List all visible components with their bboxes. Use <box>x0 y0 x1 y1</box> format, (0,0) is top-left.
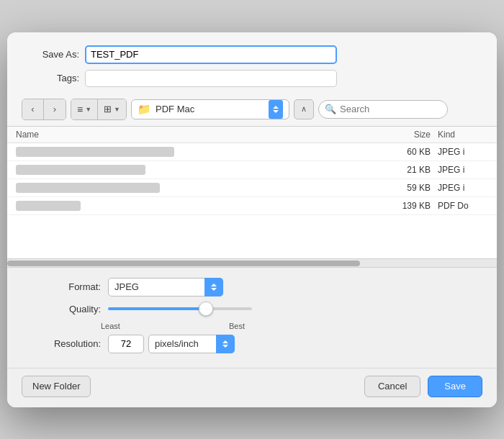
save-as-row: Save As: <box>22 45 482 64</box>
quality-label: Quality: <box>22 304 101 314</box>
save-dialog: Save As: Tags: ‹ › ≡ ▼ ⊞ ▼ <box>7 32 497 407</box>
new-folder-button[interactable]: New Folder <box>22 376 91 397</box>
list-icon: ≡ <box>77 104 83 115</box>
quality-row: Quality: <box>22 304 482 314</box>
file-thumb <box>16 147 174 157</box>
search-icon: 🔍 <box>325 104 336 114</box>
quality-min-label: Least <box>101 322 120 330</box>
quality-max-label: Best <box>229 322 245 330</box>
back-button[interactable]: ‹ <box>22 99 44 119</box>
grid-chevron: ▼ <box>114 106 120 113</box>
format-row: Format: JPEG PNG TIFF PDF <box>22 278 482 297</box>
tags-label: Tags: <box>22 73 79 83</box>
format-select[interactable]: JPEG PNG TIFF PDF <box>108 278 223 297</box>
tags-row: Tags: <box>22 70 482 87</box>
file-size: 21 KB <box>373 165 431 175</box>
resolution-input[interactable] <box>108 335 144 353</box>
format-select-wrapper: JPEG PNG TIFF PDF <box>108 278 223 297</box>
cancel-button[interactable]: Cancel <box>364 376 420 397</box>
file-kind: JPEG i <box>431 165 488 175</box>
bottom-options: Format: JPEG PNG TIFF PDF Quality: Leas <box>7 268 497 368</box>
file-thumb <box>16 183 160 193</box>
col-size-header: Size <box>373 130 431 140</box>
empty-space <box>7 215 497 258</box>
scrollbar-thumb[interactable] <box>7 261 360 266</box>
table-row[interactable]: 59 KB JPEG i <box>7 179 497 197</box>
folder-icon: 📁 <box>138 103 151 116</box>
location-name: PDF Mac <box>156 104 264 114</box>
file-name-cell <box>16 147 373 157</box>
file-size: 59 KB <box>373 183 431 193</box>
forward-button[interactable]: › <box>44 99 66 119</box>
file-list-header: Name Size Kind <box>7 127 497 143</box>
top-section: Save As: Tags: ‹ › ≡ ▼ ⊞ ▼ <box>7 32 497 126</box>
horizontal-scrollbar[interactable] <box>7 259 497 268</box>
search-box[interactable]: 🔍 <box>318 100 448 119</box>
table-row[interactable]: 21 KB JPEG i <box>7 161 497 179</box>
toolbar: ‹ › ≡ ▼ ⊞ ▼ 📁 PDF Mac <box>22 93 482 126</box>
pixels-select-wrapper: pixels/inch pixels/cm <box>148 335 235 353</box>
file-name-cell <box>16 165 373 175</box>
table-row[interactable]: 139 KB PDF Do <box>7 197 497 215</box>
list-view-button[interactable]: ≡ ▼ <box>71 99 98 119</box>
tags-input[interactable] <box>85 70 337 87</box>
view-group: ≡ ▼ ⊞ ▼ <box>71 99 127 120</box>
quality-labels: Least Best <box>101 322 245 330</box>
file-kind: JPEG i <box>431 183 488 193</box>
expand-button[interactable]: ∧ <box>294 99 314 119</box>
resolution-label: Resolution: <box>22 338 101 349</box>
file-thumb <box>16 201 81 211</box>
file-kind: PDF Do <box>431 201 488 211</box>
save-as-label: Save As: <box>22 49 79 60</box>
resolution-row: Resolution: pixels/inch pixels/cm <box>22 335 482 353</box>
grid-view-button[interactable]: ⊞ ▼ <box>98 99 126 119</box>
save-as-input[interactable] <box>85 45 337 64</box>
format-label: Format: <box>22 281 101 292</box>
nav-group: ‹ › <box>22 99 66 120</box>
file-name-cell <box>16 183 373 193</box>
col-name-header: Name <box>16 130 373 140</box>
file-size: 139 KB <box>373 201 431 211</box>
save-button[interactable]: Save <box>428 376 482 397</box>
quality-slider[interactable] <box>108 307 252 310</box>
table-row[interactable]: 60 KB JPEG i <box>7 143 497 161</box>
file-thumb <box>16 165 145 175</box>
file-kind: JPEG i <box>431 147 488 157</box>
right-buttons: Cancel Save <box>364 376 482 397</box>
search-input[interactable] <box>340 104 441 114</box>
location-bar[interactable]: 📁 PDF Mac <box>131 99 289 119</box>
footer-buttons: New Folder Cancel Save <box>7 368 497 407</box>
list-chevron: ▼ <box>85 106 91 113</box>
file-name-cell <box>16 201 373 211</box>
expand-icon: ∧ <box>301 104 307 114</box>
grid-icon: ⊞ <box>104 104 112 114</box>
location-dropdown[interactable] <box>269 100 283 119</box>
pixels-select[interactable]: pixels/inch pixels/cm <box>148 335 235 353</box>
col-kind-header: Kind <box>431 130 488 140</box>
file-list-area: Name Size Kind 60 KB JPEG i 21 KB JPEG i… <box>7 126 497 259</box>
file-size: 60 KB <box>373 147 431 157</box>
